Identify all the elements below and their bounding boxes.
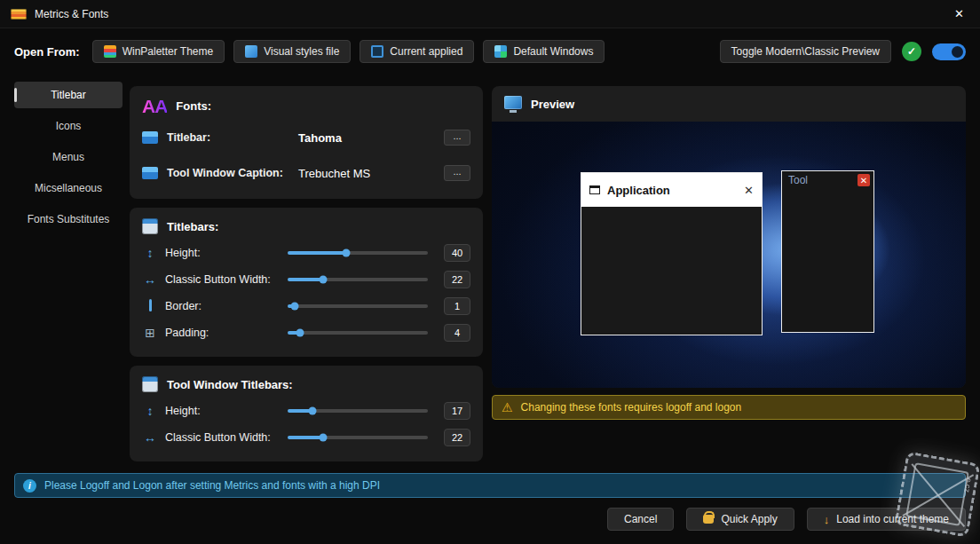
button-label: Default Windows [513,45,593,58]
titlebars-card-title: Titlebars: [167,220,218,233]
preview-tool-title: Tool [786,174,808,186]
check-icon: ✓ [907,45,916,58]
preview-application-titlebar: Application ✕ [581,173,762,207]
height-label: Height: [165,247,279,259]
tool-titlebars-card: Tool Window Titlebars: ↕ Height: 17 ↔ Cl… [130,366,483,461]
button-label: Toggle Modern\Classic Preview [731,45,880,58]
preview-wallpaper: Application ✕ Tool ✕ [492,122,966,388]
visual-styles-file-icon [245,45,257,58]
button-label: Cancel [624,513,657,525]
height-arrow-icon: ↕ [142,404,158,418]
border-label: Border: [165,300,279,312]
preview-mode-toggle[interactable] [932,43,966,60]
default-windows-icon [494,45,507,58]
tool-window-caption-font-row: Tool Window Caption: Trebuchet MS ... [142,160,470,186]
open-current-applied-button[interactable]: Current applied [360,40,474,63]
warning-icon: ⚠ [502,401,513,414]
tool-height-row: ↕ Height: 17 [142,398,470,424]
open-default-windows-button[interactable]: Default Windows [483,40,605,63]
app-logo-icon [11,9,27,20]
padding-label: Padding: [165,327,279,339]
titlebar-font-browse-button[interactable]: ... [444,130,470,146]
classic-button-width-value: 22 [444,271,470,288]
border-value: 1 [444,297,470,315]
fonts-card-title: Fonts: [176,99,211,113]
sidebar-item-menus[interactable]: Menus [14,144,122,170]
classic-button-width-slider[interactable] [288,278,428,281]
tool-titlebars-card-header: Tool Window Titlebars: [142,376,470,392]
fonts-card: AA Fonts: Titlebar: Tahoma ... Tool Wind… [130,86,483,199]
sidebar: Titlebar Icons Menus Micsellaneous Fonts… [14,82,122,237]
sidebar-item-titlebar[interactable]: Titlebar [14,82,122,108]
width-arrow-icon: ↔ [142,272,158,287]
preview-application-window: Application ✕ [581,172,763,335]
width-arrow-icon: ↔ [142,430,158,445]
border-slider[interactable] [288,304,428,308]
padding-value: 4 [444,324,470,342]
tool-titlebars-card-title: Tool Window Titlebars: [167,378,293,391]
tool-caption-font-value: Trebuchet MS [298,167,435,180]
tool-height-label: Height: [165,405,279,417]
tool-caption-font-browse-button[interactable]: ... [444,165,470,181]
classic-button-width-row: ↔ Classic Button Width: 22 [142,266,470,293]
info-icon: i [23,479,36,493]
toggle-knob [952,46,963,58]
sidebar-item-miscellaneous[interactable]: Micsellaneous [14,175,122,201]
sidebar-item-label: Micsellaneous [35,182,102,194]
preview-title: Preview [531,98,574,111]
preview-card: Preview Application ✕ Tool ✕ [492,86,966,388]
sidebar-item-label: Titlebar [51,89,86,101]
confirm-check-button[interactable]: ✓ [902,42,921,61]
classic-button-width-label: Classic Button Width: [165,273,279,286]
tool-classic-button-width-slider[interactable] [288,436,428,439]
sidebar-item-label: Menus [52,151,84,163]
settings-column: AA Fonts: Titlebar: Tahoma ... Tool Wind… [130,86,483,470]
sidebar-item-fonts-substitutes[interactable]: Fonts Substitutes [14,206,122,233]
button-label: Visual styles file [264,45,339,58]
download-arrow-icon: ↓ [824,513,830,526]
tool-classic-button-width-label: Classic Button Width: [165,431,279,444]
preview-close-icon: ✕ [744,184,754,197]
window-title: Metrics & Fonts [35,8,108,20]
current-applied-icon [371,45,383,58]
fonts-warning-banner: ⚠ Changing these fonts requires logoff a… [492,395,966,420]
button-label: Quick Apply [721,513,777,525]
toolbar-right-group: Toggle Modern\Classic Preview ✓ [720,40,966,63]
open-from-label: Open From: [14,45,80,59]
open-visual-styles-button[interactable]: Visual styles file [233,40,351,63]
sidebar-item-icons[interactable]: Icons [14,113,122,139]
quick-apply-button[interactable]: Quick Apply [686,508,794,531]
fonts-aa-icon: AA [142,97,167,115]
fonts-card-header: AA Fonts: [142,97,470,115]
sidebar-item-label: Fonts Substitutes [28,213,110,225]
paint-bucket-icon [703,515,714,524]
tool-height-slider[interactable] [288,409,428,413]
titlebars-card-header: Titlebars: [142,218,470,234]
cancel-button[interactable]: Cancel [607,508,674,531]
preview-tool-titlebar: Tool ✕ [782,171,873,189]
warning-text: Changing these fonts requires logoff and… [521,401,742,414]
preview-column: Preview Application ✕ Tool ✕ ⚠ Changing … [492,86,966,420]
close-icon[interactable]: ✕ [949,5,969,22]
padding-slider[interactable] [288,331,428,335]
window-glyph-icon [589,185,600,194]
monitor-icon [504,96,522,109]
border-row: Border: 1 [142,293,470,319]
preview-header: Preview [492,86,966,122]
app-titlebar: Metrics & Fonts ✕ [0,0,980,28]
titlebar-font-icon [142,131,158,144]
toggle-preview-mode-button[interactable]: Toggle Modern\Classic Preview [720,40,891,63]
height-slider[interactable] [288,251,428,255]
padding-grid-icon: ⊞ [142,326,158,340]
preview-application-title: Application [607,184,670,197]
padding-row: ⊞ Padding: 4 [142,319,470,346]
open-winpaletter-theme-button[interactable]: WinPaletter Theme [92,40,225,63]
tool-titlebars-window-icon [142,376,158,392]
titlebars-window-icon [142,218,158,234]
button-label: Current applied [390,45,462,58]
info-text: Please Logoff and Logon after setting Me… [44,479,380,492]
tool-height-value: 17 [444,402,470,420]
button-label: WinPaletter Theme [122,45,214,58]
titlebar-font-row: Titlebar: Tahoma ... [142,124,470,151]
winpaletter-theme-icon [104,45,116,58]
